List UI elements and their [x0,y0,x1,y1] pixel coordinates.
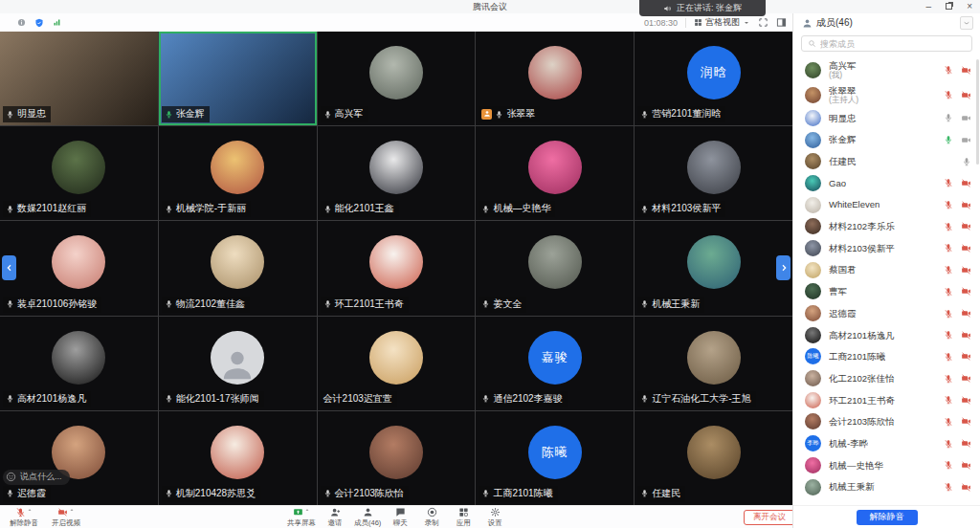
member-camera-icon[interactable] [961,135,971,145]
record-button[interactable]: 录制 [419,506,444,528]
member-search-input[interactable] [820,39,966,49]
video-tile[interactable]: 姜文全 [476,221,634,315]
member-camera-icon[interactable] [961,113,971,123]
member-row[interactable]: 明显忠 [793,107,980,129]
member-camera-icon[interactable] [961,221,971,231]
settings-button[interactable]: 设置 [482,506,507,528]
member-row[interactable]: 任建民 [793,150,980,172]
video-tile[interactable]: 会计2103迟宜萱 [318,317,476,410]
prev-page-arrow[interactable] [2,255,16,280]
member-row[interactable]: 机械王秉新 [793,476,980,498]
member-row[interactable]: 高材2101杨逸凡 [793,324,980,346]
member-mic-icon[interactable] [944,113,953,122]
meeting-info-icon[interactable] [17,18,26,27]
video-tile[interactable]: 高材2101杨逸凡 [0,317,158,410]
caret-up-icon[interactable] [304,507,310,513]
invite-button[interactable]: 邀请 [323,506,347,528]
video-tile[interactable]: 材料2103侯新平 [635,126,792,220]
member-mic-icon[interactable] [944,265,953,275]
video-tile[interactable]: 陈曦工商2101陈曦 [476,411,634,505]
video-tile[interactable]: 辽宁石油化工大学-王旭 [635,317,792,410]
member-camera-icon[interactable] [961,243,971,253]
quick-chat-bubble[interactable]: 说点什么... [3,470,70,485]
unmute-all-button[interactable]: 解除静音 [857,510,918,525]
video-tile[interactable]: 会计2103陈欣怡 [318,411,476,505]
member-mic-icon[interactable] [944,395,953,405]
member-list[interactable]: 高兴军(我)张翠翠(主持人)明显忠张金辉任建民GaoWhiteEleven材料2… [793,57,980,505]
video-tile[interactable]: 机制210428苏思爻 [159,411,317,505]
member-row[interactable]: 材料2102李乐乐 [793,215,980,237]
leave-meeting-button[interactable]: 离开会议 [744,510,795,525]
member-row[interactable]: 曹军 [793,281,980,303]
member-camera-icon[interactable] [961,178,971,188]
member-mic-icon[interactable] [944,374,953,384]
video-tile[interactable]: 能化2101-17张师闻 [159,317,317,410]
video-tile[interactable]: 数媒2101赵红丽 [0,126,158,220]
member-mic-icon[interactable] [944,135,953,144]
unmute-button[interactable]: 解除静音 [10,506,38,528]
member-row[interactable]: 高兴军(我) [793,57,980,82]
member-camera-icon[interactable] [961,373,971,384]
member-mic-icon[interactable] [944,200,953,209]
members-button[interactable]: 成员(46) [354,506,381,528]
member-camera-icon[interactable] [961,416,971,427]
video-tile[interactable]: 明显忠 [0,32,158,125]
video-tile[interactable]: 迟德霞说点什么... [0,411,158,505]
member-search-box[interactable] [801,35,972,52]
member-row[interactable]: Gao [793,172,980,194]
video-tile[interactable]: 机械—史艳华 [476,126,634,220]
video-tile[interactable]: 张金辉 [159,32,317,125]
member-row[interactable]: 迟德霞 [793,302,980,324]
minimize-button[interactable]: – [926,0,932,13]
member-row[interactable]: 机械—史艳华 [793,454,980,476]
member-camera-icon[interactable] [961,330,971,341]
member-camera-icon[interactable] [961,460,971,471]
video-tile[interactable]: 润晗营销2101董润晗 [635,32,792,125]
member-mic-icon[interactable] [944,352,953,362]
member-camera-icon[interactable] [961,90,971,100]
member-mic-icon[interactable] [944,330,953,340]
member-row[interactable]: 材料2103侯新平 [793,237,980,259]
member-mic-icon[interactable] [944,178,953,187]
collapse-panel-button[interactable] [960,16,973,30]
security-shield-icon[interactable] [34,18,44,28]
member-camera-icon[interactable] [961,265,971,275]
member-mic-icon[interactable] [944,222,953,231]
member-mic-icon[interactable] [944,65,953,75]
member-camera-icon[interactable] [961,286,971,297]
member-mic-icon[interactable] [944,482,953,492]
video-tile[interactable]: 任建民 [635,411,792,505]
video-tile[interactable]: 环工2101王书奇 [318,221,476,315]
next-page-arrow[interactable] [776,255,791,280]
view-mode-selector[interactable]: 宫格视图 [694,16,750,29]
scrollbar-thumb[interactable] [976,59,979,165]
member-row[interactable]: 化工2102张佳怡 [793,367,980,389]
member-camera-icon[interactable] [961,65,971,76]
network-signal-icon[interactable] [53,18,61,27]
share-screen-button[interactable]: 共享屏幕 [287,506,316,528]
close-button[interactable]: × [967,0,972,13]
member-row[interactable]: 蔡国君 [793,259,980,281]
member-mic-icon[interactable] [944,417,953,427]
member-camera-icon[interactable] [961,395,971,406]
member-row[interactable]: 张金辉 [793,129,980,151]
member-mic-icon[interactable] [944,90,953,99]
member-camera-icon[interactable] [961,308,971,319]
caret-up-icon[interactable] [27,507,33,513]
video-tile[interactable]: 张翠翠 [476,32,634,125]
toggle-panel-button[interactable] [776,17,787,28]
apps-button[interactable]: 应用 [451,506,476,528]
member-camera-icon[interactable] [961,351,971,362]
member-mic-icon[interactable] [944,309,953,319]
member-mic-icon[interactable] [944,439,953,449]
restore-button[interactable] [946,0,952,13]
member-row[interactable]: 环工2101王书奇 [793,389,980,411]
video-tile[interactable]: 嘉骏通信2102李嘉骏 [476,317,634,410]
member-row[interactable]: 会计2103陈欣怡 [793,411,980,433]
video-tile[interactable]: 机械王秉新 [635,221,792,315]
member-mic-icon[interactable] [944,243,953,253]
video-tile[interactable]: 装卓210106孙铭骏 [0,221,158,315]
member-row[interactable]: 陈曦工商2101陈曦 [793,346,980,368]
video-tile[interactable]: 机械学院-于新丽 [159,126,317,220]
fullscreen-button[interactable] [758,17,768,28]
